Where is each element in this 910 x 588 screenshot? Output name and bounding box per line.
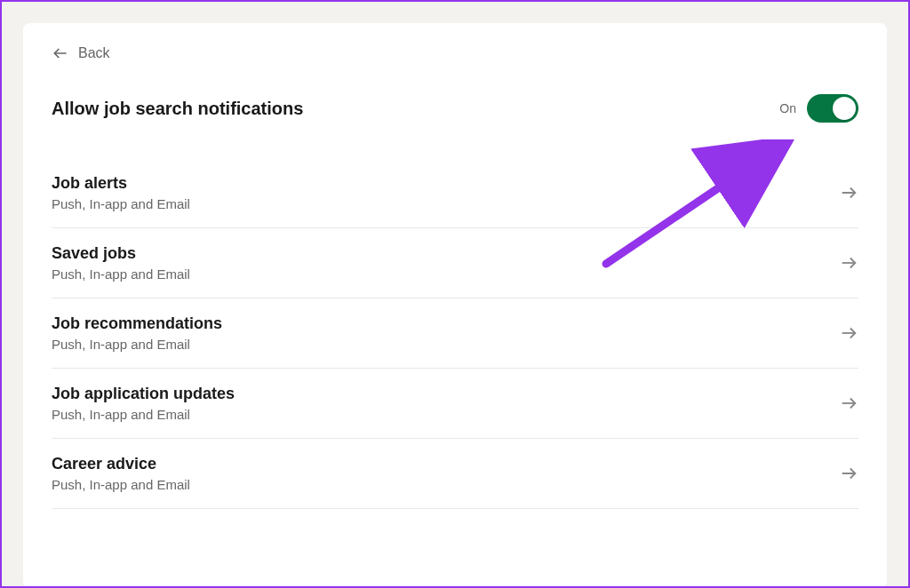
setting-row-career-advice[interactable]: Career advice Push, In-app and Email: [52, 439, 858, 509]
row-title: Job recommendations: [52, 314, 222, 333]
arrow-left-icon: [52, 44, 69, 62]
setting-text: Saved jobs Push, In-app and Email: [52, 244, 190, 282]
setting-text: Job application updates Push, In-app and…: [52, 385, 235, 422]
row-subtitle: Push, In-app and Email: [52, 477, 190, 492]
arrow-right-icon: [839, 253, 858, 273]
setting-row-job-recommendations[interactable]: Job recommendations Push, In-app and Ema…: [52, 298, 858, 369]
back-button[interactable]: Back: [52, 44, 858, 62]
setting-row-job-application-updates[interactable]: Job application updates Push, In-app and…: [52, 369, 858, 439]
setting-text: Job recommendations Push, In-app and Ema…: [52, 314, 222, 352]
setting-text: Career advice Push, In-app and Email: [52, 455, 190, 492]
setting-text: Job alerts Push, In-app and Email: [52, 174, 190, 211]
arrow-right-icon: [839, 464, 858, 483]
toggle-state-label: On: [779, 101, 796, 115]
toggle-knob: [833, 97, 856, 120]
allow-notifications-toggle[interactable]: [807, 94, 858, 123]
arrow-right-icon: [839, 393, 858, 413]
settings-card: Back Allow job search notifications On J…: [23, 23, 887, 588]
row-title: Job application updates: [52, 385, 235, 403]
row-title: Career advice: [52, 455, 190, 473]
page-title: Allow job search notifications: [52, 99, 303, 119]
setting-row-saved-jobs[interactable]: Saved jobs Push, In-app and Email: [52, 228, 858, 298]
row-title: Job alerts: [52, 174, 190, 193]
back-label: Back: [78, 45, 110, 61]
arrow-right-icon: [839, 183, 858, 203]
row-subtitle: Push, In-app and Email: [52, 266, 190, 282]
toggle-area: On: [779, 94, 858, 123]
row-subtitle: Push, In-app and Email: [52, 196, 190, 211]
row-title: Saved jobs: [52, 244, 190, 263]
main-toggle-row: Allow job search notifications On: [52, 94, 858, 123]
setting-row-job-alerts[interactable]: Job alerts Push, In-app and Email: [52, 158, 858, 228]
arrow-right-icon: [839, 323, 858, 343]
row-subtitle: Push, In-app and Email: [52, 407, 235, 422]
row-subtitle: Push, In-app and Email: [52, 337, 222, 352]
